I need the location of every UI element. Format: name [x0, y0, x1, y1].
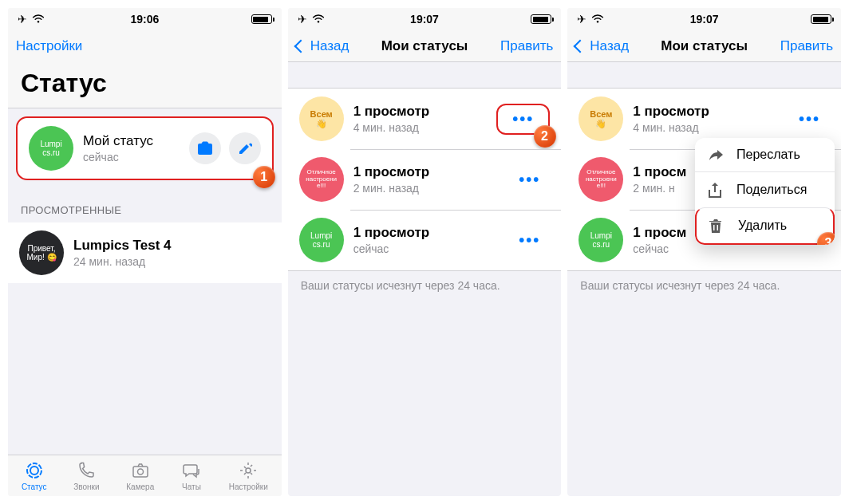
more-button[interactable]: ••• [789, 104, 830, 135]
step-1-badge: 1 [253, 166, 275, 188]
status-avatar: Lumpi cs.ru [299, 218, 344, 262]
viewed-avatar: Привет, Мир! 😋 [19, 230, 64, 275]
battery-icon [251, 14, 272, 24]
page-title: Мои статусы [381, 38, 468, 54]
status-row[interactable]: Всем 👋 1 просмотр 4 мин. назад ••• 2 [288, 89, 562, 149]
section-footer: Ваши статусы исчезнут через 24 часа. [567, 271, 841, 300]
status-title: 1 просмотр [633, 104, 789, 120]
status-icon [24, 460, 45, 481]
tabbar: Статус Звонки Камера Чаты Настройки [8, 455, 282, 496]
battery-icon [811, 14, 831, 24]
back-button[interactable]: Назад [296, 38, 349, 54]
viewed-sub: 24 мин. назад [73, 255, 270, 268]
context-menu: Переслать Поделиться Удалить 3 [695, 138, 835, 245]
status-bar: ✈︎ 19:07 [288, 8, 562, 30]
camera-button[interactable] [189, 132, 221, 164]
more-button[interactable]: ••• [509, 225, 550, 256]
tab-settings[interactable]: Настройки [229, 460, 268, 491]
status-title: 1 просмотр [353, 164, 510, 180]
wifi-icon [591, 14, 604, 24]
airplane-icon: ✈︎ [298, 13, 307, 26]
menu-forward[interactable]: Переслать [695, 138, 835, 171]
nav-header: Настройки [8, 30, 282, 62]
more-button[interactable]: ••• [509, 164, 550, 195]
page-title: Статус [8, 62, 282, 108]
tab-chats[interactable]: Чаты [181, 460, 202, 491]
clock-time: 19:06 [130, 13, 159, 26]
camera-icon [130, 460, 151, 481]
phone-icon [76, 460, 97, 481]
edit-button[interactable]: Править [500, 38, 553, 54]
status-sub: 4 мин. назад [633, 121, 789, 134]
page-title: Мои статусы [661, 38, 748, 54]
trash-icon [709, 218, 727, 234]
airplane-icon: ✈︎ [577, 13, 586, 26]
status-sub: сейчас [353, 242, 510, 255]
clock-time: 19:07 [410, 13, 439, 26]
pencil-button[interactable] [229, 132, 261, 164]
status-sub: 2 мин. назад [353, 182, 510, 195]
menu-delete[interactable]: Удалить 3 [695, 207, 835, 245]
wifi-icon [312, 14, 325, 24]
wifi-icon [32, 14, 45, 24]
nav-header: Назад Мои статусы Править [567, 30, 841, 62]
chat-icon [181, 460, 202, 481]
my-status-row[interactable]: Lumpi cs.ru Мой статус сейчас 1 [16, 116, 274, 180]
svg-point-0 [27, 463, 41, 478]
status-bar: ✈︎ 19:06 [8, 8, 282, 30]
airplane-icon: ✈︎ [18, 13, 27, 26]
menu-share[interactable]: Поделиться [695, 171, 835, 207]
edit-button[interactable]: Править [780, 38, 833, 54]
tab-calls[interactable]: Звонки [73, 460, 99, 491]
viewed-title: Lumpics Test 4 [73, 238, 270, 254]
svg-point-1 [30, 467, 38, 474]
my-status-title: Мой статус [83, 133, 189, 149]
status-avatar: Всем 👋 [299, 96, 344, 141]
svg-rect-2 [133, 467, 148, 477]
status-row[interactable]: Отличное настроени е!!! 1 просмотр 2 мин… [288, 149, 562, 210]
gear-icon [238, 460, 259, 481]
forward-icon [708, 148, 725, 162]
step-2-badge: 2 [534, 125, 556, 148]
chevron-left-icon [294, 39, 307, 53]
status-title: 1 просмотр [353, 104, 497, 120]
tab-status[interactable]: Статус [22, 460, 47, 491]
my-status-sub: сейчас [83, 151, 189, 163]
more-button[interactable]: ••• 2 [496, 104, 550, 135]
status-avatar: Lumpi cs.ru [579, 218, 623, 262]
status-avatar: Отличное настроени е!!! [299, 157, 344, 202]
nav-header: Назад Мои статусы Править [288, 30, 562, 62]
viewed-section-header: ПРОСМОТРЕННЫЕ [8, 188, 282, 222]
back-button[interactable]: Назад [575, 38, 629, 54]
status-avatar: Всем 👋 [579, 96, 623, 141]
status-title: 1 просмотр [353, 225, 510, 241]
clock-time: 19:07 [690, 13, 719, 26]
chevron-left-icon [574, 39, 587, 53]
status-sub: 4 мин. назад [353, 121, 497, 134]
screen-1: ✈︎ 19:06 Настройки Статус Lumpi cs.ru Мо… [8, 8, 282, 496]
share-icon [708, 182, 725, 198]
tab-camera[interactable]: Камера [126, 460, 154, 491]
svg-point-3 [137, 469, 143, 474]
status-row[interactable]: Lumpi cs.ru 1 просмотр сейчас ••• [288, 210, 562, 270]
section-footer: Ваши статусы исчезнут через 24 часа. [288, 271, 562, 300]
battery-icon [531, 14, 551, 24]
status-avatar: Отличное настроени е!!! [579, 157, 623, 202]
viewed-status-row[interactable]: Привет, Мир! 😋 Lumpics Test 4 24 мин. на… [8, 222, 282, 283]
my-status-avatar: Lumpi cs.ru [29, 126, 73, 171]
screen-3: ✈︎ 19:07 Назад Мои статусы Править Всем … [567, 8, 841, 496]
svg-point-4 [246, 468, 251, 473]
status-bar: ✈︎ 19:07 [567, 8, 841, 30]
nav-settings-link[interactable]: Настройки [16, 38, 82, 54]
screen-2: ✈︎ 19:07 Назад Мои статусы Править Всем … [288, 8, 562, 496]
